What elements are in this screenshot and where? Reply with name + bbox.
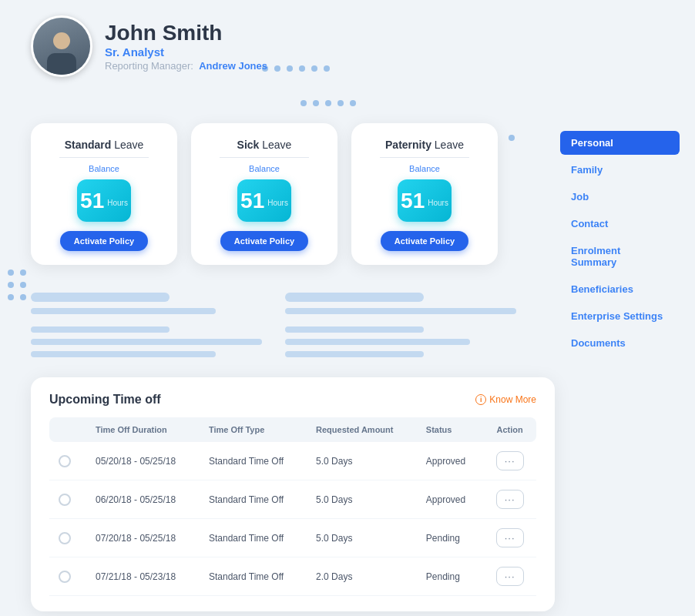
skeleton-bar <box>285 293 424 302</box>
row-type-2: Standard Time Off <box>200 519 307 557</box>
nav-item-documents[interactable]: Documents <box>560 331 680 355</box>
standard-activate-button[interactable]: Activate Policy <box>60 231 148 251</box>
row-radio-cell <box>49 519 86 557</box>
know-more-link[interactable]: i Know More <box>475 394 536 405</box>
table-row: 05/20/18 - 05/25/18 Standard Time Off 5.… <box>49 442 536 480</box>
row-status-2: Pending <box>417 519 483 557</box>
sidebar-nav: Personal Family Job Contact Enrolment Su… <box>560 131 680 355</box>
avatar <box>31 15 92 77</box>
row-status-0: Approved <box>417 442 483 480</box>
row-action-button-2[interactable]: ··· <box>496 528 524 547</box>
skeleton-bar <box>285 351 424 357</box>
table-row: 07/20/18 - 05/25/18 Standard Time Off 5.… <box>49 519 536 557</box>
row-radio-cell <box>49 442 86 480</box>
row-action-cell-2: ··· <box>483 519 536 557</box>
nav-item-contact[interactable]: Contact <box>560 212 680 236</box>
row-action-button-3[interactable]: ··· <box>496 567 524 586</box>
row-amount-1: 5.0 Days <box>307 480 417 519</box>
nav-item-beneficiaries[interactable]: Beneficiaries <box>560 277 680 301</box>
sick-activate-button[interactable]: Activate Policy <box>220 231 308 251</box>
profile-section: John Smith Sr. Analyst Reporting Manager… <box>31 15 267 77</box>
row-duration-3: 07/21/18 - 05/23/18 <box>86 557 200 596</box>
profile-name: John Smith <box>105 21 267 45</box>
standard-balance-label: Balance <box>89 164 119 173</box>
standard-leave-title: Standard Leave <box>65 139 144 151</box>
standard-balance-number: 51 <box>80 190 104 212</box>
info-icon: i <box>475 394 486 405</box>
profile-manager: Reporting Manager: Andrew Jones <box>105 60 267 72</box>
standard-balance-box: 51 Hours <box>77 179 131 222</box>
standard-leave-divider <box>59 157 149 158</box>
row-status-3: Pending <box>417 557 483 596</box>
sick-leave-card: Sick Leave Balance 51 Hours Activate Pol… <box>191 123 337 265</box>
timeoff-table-body: 05/20/18 - 05/25/18 Standard Time Off 5.… <box>49 442 536 596</box>
paternity-hours-label: Hours <box>428 199 448 207</box>
row-amount-2: 5.0 Days <box>307 519 417 557</box>
nav-item-personal[interactable]: Personal <box>560 131 680 155</box>
row-radio-3[interactable] <box>59 571 71 583</box>
row-amount-0: 5.0 Days <box>307 442 417 480</box>
sick-balance-box: 51 Hours <box>237 179 291 222</box>
col-radio <box>49 417 86 442</box>
standard-hours-label: Hours <box>107 199 128 207</box>
row-radio-cell <box>49 557 86 596</box>
col-action: Action <box>483 417 536 442</box>
row-radio-1[interactable] <box>59 494 71 506</box>
timeoff-table: Time Off Duration Time Off Type Requeste… <box>49 417 536 596</box>
col-type: Time Off Type <box>200 417 307 442</box>
row-action-cell-1: ··· <box>483 480 536 519</box>
row-radio-0[interactable] <box>59 455 71 467</box>
sick-balance-number: 51 <box>240 190 264 212</box>
timeoff-header: Upcoming Time off i Know More <box>49 393 536 407</box>
paternity-activate-button[interactable]: Activate Policy <box>381 231 468 251</box>
nav-item-family[interactable]: Family <box>560 158 680 182</box>
row-status-1: Approved <box>417 480 483 519</box>
paternity-balance-box: 51 Hours <box>398 179 452 222</box>
know-more-label: Know More <box>489 394 536 405</box>
row-amount-3: 2.0 Days <box>307 557 417 596</box>
skeleton-area <box>31 293 516 357</box>
dots-row-2 <box>300 100 356 106</box>
timeoff-card: Upcoming Time off i Know More Time Off D… <box>31 377 555 611</box>
row-action-button-0[interactable]: ··· <box>496 451 524 470</box>
dots-row-3 <box>509 135 515 141</box>
nav-item-enrolment[interactable]: Enrolment Summary <box>560 239 680 274</box>
nav-item-enterprise[interactable]: Enterprise Settings <box>560 304 680 328</box>
sick-hours-label: Hours <box>267 199 288 207</box>
sick-balance-label: Balance <box>249 164 280 173</box>
col-amount: Requested Amount <box>307 417 417 442</box>
skeleton-bar <box>285 326 424 333</box>
paternity-leave-card: Paternity Leave Balance 51 Hours Activat… <box>351 123 498 265</box>
paternity-balance-label: Balance <box>409 164 440 173</box>
skeleton-bar <box>31 308 216 314</box>
profile-role: Sr. Analyst <box>105 45 267 59</box>
row-type-0: Standard Time Off <box>200 442 307 480</box>
row-radio-2[interactable] <box>59 532 71 544</box>
skeleton-col-right <box>285 293 516 357</box>
table-row: 06/20/18 - 05/25/18 Standard Time Off 5.… <box>49 480 536 519</box>
dots-col-left <box>8 270 26 300</box>
dots-row-1 <box>262 65 330 72</box>
standard-leave-card: Standard Leave Balance 51 Hours Activate… <box>31 123 177 265</box>
paternity-leave-divider <box>380 157 470 158</box>
leave-cards-row: Standard Leave Balance 51 Hours Activate… <box>31 123 498 265</box>
row-radio-cell <box>49 480 86 519</box>
sick-leave-title: Sick Leave <box>237 139 292 151</box>
table-row: 07/21/18 - 05/23/18 Standard Time Off 2.… <box>49 557 536 596</box>
row-action-cell-0: ··· <box>483 442 536 480</box>
col-status: Status <box>417 417 483 442</box>
row-type-1: Standard Time Off <box>200 480 307 519</box>
skeleton-col-left <box>31 293 262 357</box>
nav-item-job[interactable]: Job <box>560 185 680 209</box>
row-duration-0: 05/20/18 - 05/25/18 <box>86 442 200 480</box>
sick-leave-divider <box>220 157 310 158</box>
row-duration-1: 06/20/18 - 05/25/18 <box>86 480 200 519</box>
skeleton-bar <box>31 326 170 333</box>
timeoff-title: Upcoming Time off <box>49 393 161 407</box>
col-duration: Time Off Duration <box>86 417 200 442</box>
paternity-leave-title: Paternity Leave <box>385 139 464 151</box>
row-action-button-1[interactable]: ··· <box>496 490 524 509</box>
row-type-3: Standard Time Off <box>200 557 307 596</box>
skeleton-bar <box>31 351 216 357</box>
row-duration-2: 07/20/18 - 05/25/18 <box>86 519 200 557</box>
